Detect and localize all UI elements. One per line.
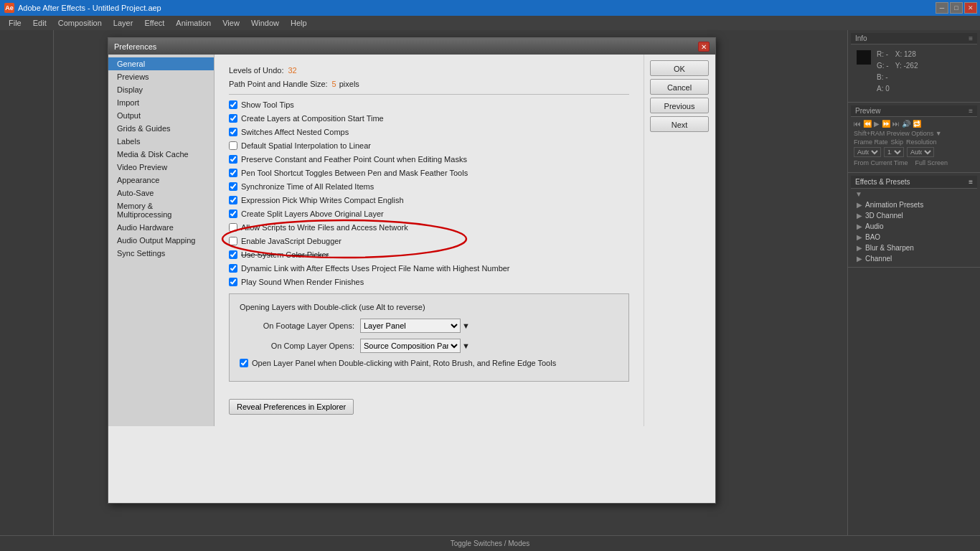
nav-item-audio-output[interactable]: Audio Output Mapping	[108, 234, 214, 247]
menu-animation[interactable]: Animation	[170, 17, 217, 29]
checkbox-default-spatial-input[interactable]	[229, 141, 237, 150]
menu-composition[interactable]: Composition	[52, 17, 108, 29]
nav-item-memory[interactable]: Memory & Multiprocessing	[108, 199, 214, 221]
checkbox-allow-scripts: Allow Scripts to Write Files and Access …	[229, 223, 629, 232]
checkbox-enable-js-debugger-input[interactable]	[229, 237, 237, 245]
right-panel: Info ≡ R: - G: - B: - A: 0 X: 128 Y: -26…	[847, 30, 980, 551]
checkbox-use-system-color-input[interactable]	[229, 250, 237, 259]
nav-item-display[interactable]: Display	[108, 83, 214, 96]
preview-dropdowns: Auto 11 Auto	[854, 147, 974, 157]
effects-header-menu[interactable]: ≡	[969, 178, 973, 186]
ok-button[interactable]: OK	[650, 60, 709, 76]
nav-item-audio-hardware[interactable]: Audio Hardware	[108, 221, 214, 234]
checkbox-allow-scripts-input[interactable]	[229, 223, 237, 232]
r-value: R: -	[877, 49, 890, 60]
checkbox-expression-pick-input[interactable]	[229, 196, 237, 204]
step-forward-icon[interactable]: ⏩	[882, 120, 890, 128]
path-point-value[interactable]: 5	[332, 80, 336, 88]
menu-layer[interactable]: Layer	[108, 17, 139, 29]
previous-button[interactable]: Previous	[650, 98, 709, 113]
frame-rate-dropdown[interactable]: Auto	[854, 147, 881, 157]
checkbox-pen-tool-input[interactable]	[229, 169, 237, 177]
preview-header-menu[interactable]: ≡	[969, 107, 973, 115]
skip-forward-icon[interactable]: ⏭	[892, 120, 900, 128]
minimize-button[interactable]: ─	[936, 2, 948, 14]
checkbox-enable-js-debugger-label: Enable JavaScript Debugger	[241, 237, 341, 245]
loop-icon[interactable]: 🔁	[913, 120, 921, 128]
checkbox-dynamic-link-input[interactable]	[229, 264, 237, 273]
nav-item-auto-save[interactable]: Auto-Save	[108, 187, 214, 199]
effects-item-channel[interactable]: ▶ Channel	[851, 253, 977, 264]
skip-back-icon[interactable]: ⏮	[854, 120, 861, 128]
checkbox-preserve-constant: Preserve Constant and Feather Point Coun…	[229, 155, 629, 164]
restore-button[interactable]: □	[950, 2, 963, 14]
effects-item-audio[interactable]: ▶ Audio	[851, 221, 977, 232]
checkbox-switches-affect-input[interactable]	[229, 128, 237, 136]
reveal-preferences-button[interactable]: Reveal Preferences in Explorer	[229, 399, 354, 415]
y-value: Y: -262	[895, 60, 918, 72]
effects-item-bao[interactable]: ▶ BAO	[851, 232, 977, 242]
dialog-close-button[interactable]: ✕	[698, 42, 710, 52]
left-sidebar	[0, 30, 54, 551]
g-value: G: -	[877, 60, 890, 72]
checkbox-synchronize-time-input[interactable]	[229, 182, 237, 191]
nav-item-general[interactable]: General	[108, 57, 214, 70]
title-bar-controls: ─ □ ✕	[936, 2, 977, 14]
nav-item-import[interactable]: Import	[108, 96, 214, 109]
checkbox-create-split-input[interactable]	[229, 209, 237, 218]
nav-item-appearance[interactable]: Appearance	[108, 174, 214, 187]
footage-layer-dropdown[interactable]: Layer Panel Footage Panel	[360, 319, 461, 333]
checkbox-show-tool-tips-input[interactable]	[229, 100, 237, 109]
nav-item-media-disk-cache[interactable]: Media & Disk Cache	[108, 148, 214, 161]
menu-effect[interactable]: Effect	[138, 17, 170, 29]
audio-label: Audio	[865, 222, 884, 230]
play-icon[interactable]: ▶	[874, 120, 880, 128]
nav-item-video-preview[interactable]: Video Preview	[108, 161, 214, 174]
menu-view[interactable]: View	[217, 17, 245, 29]
checkbox-preserve-constant-label: Preserve Constant and Feather Point Coun…	[241, 155, 467, 164]
blur-sharpen-label: Blur & Sharpen	[865, 244, 914, 252]
effects-item-animation-presets[interactable]: ▶ Animation Presets	[851, 199, 977, 210]
checkbox-synchronize-time: Synchronize Time of All Related Items	[229, 182, 629, 191]
nav-item-output[interactable]: Output	[108, 109, 214, 122]
effects-item-3d-channel[interactable]: ▶ 3D Channel	[851, 210, 977, 221]
checkbox-expression-pick-label: Expression Pick Whip Writes Compact Engl…	[241, 196, 404, 204]
checkbox-pen-tool: Pen Tool Shortcut Toggles Between Pen an…	[229, 169, 629, 177]
audio-icon[interactable]: 🔊	[902, 120, 910, 128]
levels-of-undo-value[interactable]: 32	[288, 66, 296, 75]
effects-item-blur-sharpen[interactable]: ▶ Blur & Sharpen	[851, 242, 977, 253]
checkbox-create-layers-input[interactable]	[229, 114, 237, 123]
resolution-dropdown[interactable]: Auto	[907, 147, 934, 157]
checkbox-pen-tool-label: Pen Tool Shortcut Toggles Between Pen an…	[241, 169, 468, 177]
cancel-button[interactable]: Cancel	[650, 79, 709, 95]
app-icon: Ae	[4, 3, 14, 13]
menu-window[interactable]: Window	[245, 17, 285, 29]
info-header-menu[interactable]: ≡	[969, 34, 973, 42]
menu-file[interactable]: File	[3, 17, 27, 29]
close-button[interactable]: ✕	[964, 2, 977, 14]
menu-help[interactable]: Help	[285, 17, 313, 29]
checkbox-paint-open-input[interactable]	[240, 359, 248, 367]
checkbox-preserve-constant-input[interactable]	[229, 155, 237, 164]
bao-arrow: ▶	[857, 233, 862, 241]
nav-item-grids-guides[interactable]: Grids & Guides	[108, 122, 214, 135]
dropdown-arrow-footage: ▼	[462, 321, 470, 330]
next-button[interactable]: Next	[650, 116, 709, 132]
nav-item-previews[interactable]: Previews	[108, 70, 214, 83]
checkbox-play-sound-input[interactable]	[229, 278, 237, 286]
skip-dropdown[interactable]: 11	[884, 147, 904, 157]
checkbox-default-spatial: Default Spatial Interpolation to Linear	[229, 141, 629, 150]
opening-section-title: Opening Layers with Double-click (use Al…	[240, 303, 618, 311]
menu-edit[interactable]: Edit	[27, 17, 52, 29]
color-values: R: - G: - B: - A: 0	[874, 47, 892, 96]
opening-layers-section: Opening Layers with Double-click (use Al…	[229, 293, 629, 382]
info-header: Info ≡	[851, 33, 977, 44]
toggle-switches-label[interactable]: Toggle Switches / Modes	[451, 540, 530, 547]
nav-item-labels[interactable]: Labels	[108, 135, 214, 148]
step-back-icon[interactable]: ⏪	[863, 120, 872, 128]
comp-layer-dropdown[interactable]: Source Composition Panel Layer Panel	[360, 339, 461, 353]
preview-header-label: Preview	[855, 107, 881, 115]
frame-rate-label: Frame Rate	[854, 138, 888, 146]
3d-channel-arrow: ▶	[857, 212, 862, 220]
nav-item-sync-settings[interactable]: Sync Settings	[108, 247, 214, 260]
